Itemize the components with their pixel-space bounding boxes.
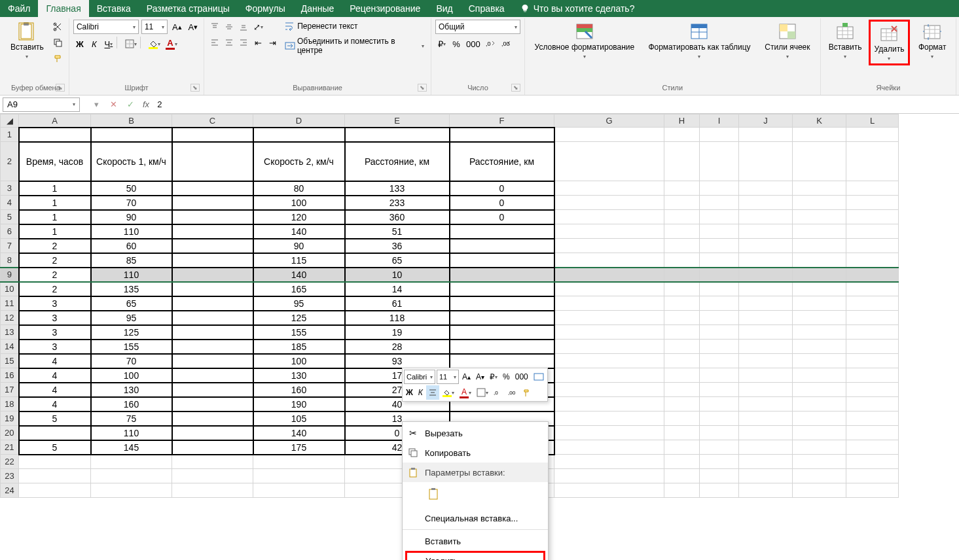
menu-tab-формулы[interactable]: Формулы	[238, 0, 293, 17]
format-as-table-button[interactable]: Форматировать как таблицу ▾	[643, 20, 756, 61]
cell[interactable]	[554, 469, 664, 483]
cell[interactable]	[450, 282, 554, 296]
cell[interactable]	[172, 128, 253, 142]
row-header[interactable]: 12	[1, 311, 19, 325]
conditional-formatting-button[interactable]: Условное форматирование ▾	[529, 20, 640, 61]
mini-size-dropdown[interactable]: 11▾	[437, 370, 459, 384]
cell[interactable]	[664, 268, 700, 282]
cell[interactable]	[700, 196, 739, 210]
cell[interactable]	[664, 311, 700, 325]
cell[interactable]: 61	[345, 296, 450, 311]
mini-increase-font-icon[interactable]: A▴	[460, 370, 473, 384]
mini-align-center-icon[interactable]	[426, 385, 439, 400]
mini-percent-icon[interactable]: %	[501, 370, 512, 384]
dialog-launcher-icon[interactable]: ⬊	[190, 84, 200, 92]
cell[interactable]	[739, 483, 793, 498]
cell[interactable]	[554, 325, 664, 340]
cell[interactable]	[700, 469, 739, 483]
decrease-indent-icon[interactable]: ⇤	[251, 35, 264, 50]
cell[interactable]	[450, 311, 554, 325]
cell[interactable]	[793, 325, 846, 340]
cell[interactable]	[664, 411, 700, 426]
cell[interactable]	[846, 311, 899, 325]
cell[interactable]	[739, 340, 793, 354]
cell[interactable]	[739, 469, 793, 483]
cell[interactable]	[91, 483, 172, 498]
cut-button[interactable]	[50, 20, 65, 34]
cell[interactable]	[450, 354, 554, 368]
italic-button[interactable]: К	[88, 37, 101, 51]
cell[interactable]	[172, 311, 253, 325]
menu-tab-разметка страницы[interactable]: Разметка страницы	[139, 0, 238, 17]
mini-bold-icon[interactable]: Ж	[404, 385, 415, 400]
cell[interactable]	[793, 282, 846, 296]
cell[interactable]: 28	[345, 340, 450, 354]
cell[interactable]: 50	[91, 181, 172, 196]
cell[interactable]	[664, 440, 700, 455]
cell[interactable]	[739, 325, 793, 340]
column-header-L[interactable]: L	[846, 114, 899, 128]
cell[interactable]	[846, 210, 899, 224]
format-cells-ribbon-button[interactable]: Формат ▾	[913, 20, 952, 61]
row-header[interactable]: 21	[1, 440, 19, 455]
cell[interactable]	[793, 142, 846, 181]
cell[interactable]	[91, 469, 172, 483]
cell[interactable]	[793, 368, 846, 383]
cell[interactable]	[554, 210, 664, 224]
cell-styles-button[interactable]: Стили ячеек ▾	[759, 20, 816, 61]
cell[interactable]	[739, 239, 793, 253]
copy-button[interactable]	[50, 35, 65, 50]
cell[interactable]: 4	[19, 397, 91, 411]
cell[interactable]	[739, 426, 793, 440]
align-bottom-icon[interactable]	[237, 20, 250, 34]
cell[interactable]	[345, 128, 450, 142]
cell[interactable]	[172, 426, 253, 440]
cell[interactable]	[172, 440, 253, 455]
cell[interactable]	[700, 455, 739, 469]
cell[interactable]	[554, 426, 664, 440]
format-painter-button[interactable]	[50, 51, 65, 65]
cm-delete[interactable]: Удалить	[405, 551, 545, 560]
cell[interactable]	[846, 397, 899, 411]
cell[interactable]	[700, 340, 739, 354]
cell[interactable]	[253, 128, 345, 142]
cell[interactable]: 70	[91, 354, 172, 368]
number-format-dropdown[interactable]: Общий▾	[435, 20, 520, 34]
mini-decrease-decimal-icon[interactable]: ,00	[506, 385, 519, 400]
cell[interactable]: 135	[91, 282, 172, 296]
column-header-F[interactable]: F	[450, 114, 554, 128]
cell[interactable]	[253, 483, 345, 498]
cell[interactable]	[700, 368, 739, 383]
cell[interactable]	[700, 268, 739, 282]
cell[interactable]	[253, 469, 345, 483]
cell[interactable]	[172, 455, 253, 469]
cell[interactable]: 10	[345, 268, 450, 282]
cell[interactable]	[172, 483, 253, 498]
cell[interactable]	[793, 397, 846, 411]
cell[interactable]	[793, 128, 846, 142]
column-header-D[interactable]: D	[253, 114, 345, 128]
cell[interactable]: 125	[91, 325, 172, 340]
merge-center-button[interactable]: Объединить и поместить в центре▾	[281, 35, 427, 56]
cell[interactable]	[19, 128, 91, 142]
mini-decrease-font-icon[interactable]: A▾	[474, 370, 486, 384]
cell[interactable]: 115	[253, 253, 345, 268]
cell[interactable]	[700, 397, 739, 411]
column-header-I[interactable]: I	[700, 114, 739, 128]
decrease-font-icon[interactable]: A▾	[187, 20, 200, 34]
cell[interactable]	[793, 483, 846, 498]
cell[interactable]: 360	[345, 210, 450, 224]
cell[interactable]	[450, 325, 554, 340]
cell[interactable]	[554, 340, 664, 354]
column-header-G[interactable]: G	[554, 114, 664, 128]
cell[interactable]	[664, 397, 700, 411]
cell[interactable]	[172, 368, 253, 383]
underline-button[interactable]: Ч▾	[102, 37, 115, 51]
mini-format-painter-icon[interactable]	[520, 385, 534, 400]
cell[interactable]	[700, 440, 739, 455]
cell[interactable]	[739, 196, 793, 210]
cell[interactable]	[739, 181, 793, 196]
cell[interactable]	[19, 426, 91, 440]
row-header[interactable]: 4	[1, 196, 19, 210]
cell[interactable]	[664, 210, 700, 224]
